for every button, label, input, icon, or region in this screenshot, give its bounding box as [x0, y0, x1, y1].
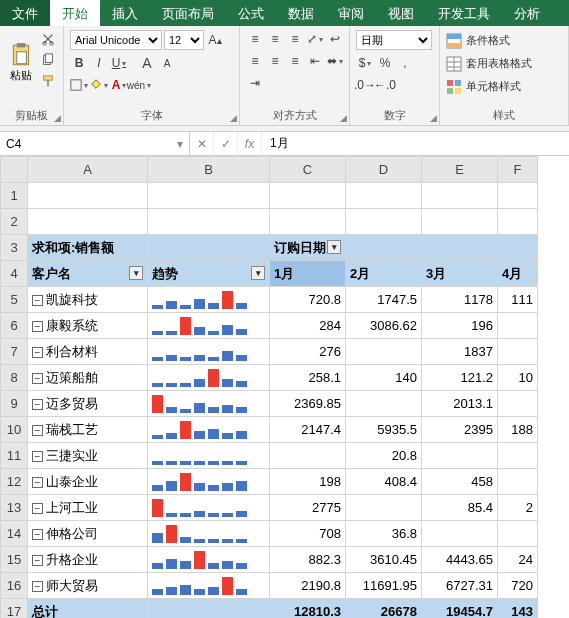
value-cell[interactable]: 140	[346, 365, 422, 391]
number-launcher-icon[interactable]: ◢	[430, 113, 437, 123]
value-cell[interactable]	[498, 391, 538, 417]
value-cell[interactable]: 458	[422, 469, 498, 495]
row-header-6[interactable]: 6	[1, 313, 28, 339]
cell[interactable]	[28, 209, 148, 235]
tab-insert[interactable]: 插入	[100, 0, 150, 26]
trend-cell[interactable]	[148, 521, 270, 547]
collapse-icon[interactable]: −	[32, 347, 43, 358]
pivot-measure-label[interactable]: 求和项:销售额	[28, 235, 148, 261]
row-header-14[interactable]: 14	[1, 521, 28, 547]
align-top-button[interactable]: ≡	[246, 30, 264, 48]
increase-decimal-button[interactable]: .0→	[356, 76, 374, 94]
customer-cell[interactable]: −迈策船舶	[28, 365, 148, 391]
collapse-icon[interactable]: −	[32, 321, 43, 332]
trend-cell[interactable]	[148, 547, 270, 573]
total-cell[interactable]: 143	[498, 599, 538, 619]
tab-layout[interactable]: 页面布局	[150, 0, 226, 26]
shrink-font-button[interactable]: A	[158, 54, 176, 72]
row-header-17[interactable]: 17	[1, 599, 28, 619]
format-as-table-button[interactable]: 套用表格格式	[446, 53, 532, 74]
row-header-15[interactable]: 15	[1, 547, 28, 573]
paste-button[interactable]: 粘贴	[6, 30, 35, 94]
value-cell[interactable]: 36.8	[346, 521, 422, 547]
value-cell[interactable]: 882.3	[270, 547, 346, 573]
value-cell[interactable]: 720	[498, 573, 538, 599]
value-cell[interactable]: 24	[498, 547, 538, 573]
row-header-1[interactable]: 1	[1, 183, 28, 209]
conditional-formatting-button[interactable]: 条件格式	[446, 30, 510, 51]
accounting-button[interactable]: $	[356, 54, 374, 72]
pivot-trend-label[interactable]: 趋势▾	[148, 261, 270, 287]
customer-cell[interactable]: −康毅系统	[28, 313, 148, 339]
phonetic-button[interactable]: wén	[130, 76, 148, 94]
value-cell[interactable]	[498, 313, 538, 339]
trend-cell[interactable]	[148, 287, 270, 313]
month-header[interactable]: 4月	[498, 261, 538, 287]
bold-button[interactable]: B	[70, 54, 88, 72]
trend-cell[interactable]	[148, 495, 270, 521]
value-cell[interactable]: 284	[270, 313, 346, 339]
indent-dec-button[interactable]: ⇤	[306, 52, 324, 70]
cell[interactable]	[422, 183, 498, 209]
trend-cell[interactable]	[148, 469, 270, 495]
filter-icon[interactable]: ▾	[129, 266, 143, 280]
wrap-text-button[interactable]: ↩	[326, 30, 344, 48]
collapse-icon[interactable]: −	[32, 529, 43, 540]
value-cell[interactable]	[346, 495, 422, 521]
border-button[interactable]	[70, 76, 88, 94]
tab-file[interactable]: 文件	[0, 0, 50, 26]
value-cell[interactable]: 408.4	[346, 469, 422, 495]
col-header-E[interactable]: E	[422, 157, 498, 183]
tab-view[interactable]: 视图	[376, 0, 426, 26]
number-format-select[interactable]: 日期	[356, 30, 432, 50]
value-cell[interactable]: 276	[270, 339, 346, 365]
trend-cell[interactable]	[148, 417, 270, 443]
customer-cell[interactable]: −升格企业	[28, 547, 148, 573]
align-launcher-icon[interactable]: ◢	[340, 113, 347, 123]
value-cell[interactable]	[498, 443, 538, 469]
collapse-icon[interactable]: −	[32, 451, 43, 462]
collapse-icon[interactable]: −	[32, 373, 43, 384]
value-cell[interactable]: 1837	[422, 339, 498, 365]
row-header-9[interactable]: 9	[1, 391, 28, 417]
format-painter-button[interactable]	[39, 72, 57, 90]
value-cell[interactable]	[498, 521, 538, 547]
value-cell[interactable]	[498, 339, 538, 365]
collapse-icon[interactable]: −	[32, 425, 43, 436]
row-header-7[interactable]: 7	[1, 339, 28, 365]
name-box[interactable]: C4 ▾	[0, 132, 190, 155]
align-bottom-button[interactable]: ≡	[286, 30, 304, 48]
collapse-icon[interactable]: −	[32, 581, 43, 592]
name-box-dropdown-icon[interactable]: ▾	[177, 137, 183, 151]
trend-cell[interactable]	[148, 573, 270, 599]
value-cell[interactable]: 720.8	[270, 287, 346, 313]
grow-font-button[interactable]: A	[138, 54, 156, 72]
cell-styles-button[interactable]: 单元格样式	[446, 76, 521, 97]
value-cell[interactable]: 85.4	[422, 495, 498, 521]
value-cell[interactable]: 5935.5	[346, 417, 422, 443]
cancel-formula-button[interactable]: ✕	[190, 132, 214, 155]
clipboard-launcher-icon[interactable]: ◢	[54, 113, 61, 123]
cell[interactable]	[498, 183, 538, 209]
pivot-customer-label[interactable]: 客户名▾	[28, 261, 148, 287]
font-color-button[interactable]: A	[110, 76, 128, 94]
font-launcher-icon[interactable]: ◢	[230, 113, 237, 123]
value-cell[interactable]: 2395	[422, 417, 498, 443]
customer-cell[interactable]: −利合材料	[28, 339, 148, 365]
align-right-button[interactable]: ≡	[286, 52, 304, 70]
trend-cell[interactable]	[148, 443, 270, 469]
row-header-4[interactable]: 4	[1, 261, 28, 287]
collapse-icon[interactable]: −	[32, 295, 43, 306]
value-cell[interactable]: 2369.85	[270, 391, 346, 417]
value-cell[interactable]: 3610.45	[346, 547, 422, 573]
indent-inc-button[interactable]: ⇥	[246, 74, 264, 92]
collapse-icon[interactable]: −	[32, 555, 43, 566]
col-header-C[interactable]: C	[270, 157, 346, 183]
customer-cell[interactable]: −师大贸易	[28, 573, 148, 599]
cell[interactable]	[28, 183, 148, 209]
value-cell[interactable]: 3086.62	[346, 313, 422, 339]
total-cell[interactable]: 12810.3	[270, 599, 346, 619]
value-cell[interactable]	[422, 521, 498, 547]
underline-button[interactable]: U	[110, 54, 128, 72]
worksheet-grid[interactable]: ABCDEF123 求和项:销售额 订购日期▾ 4 客户名▾ 趋势▾1月2月3月…	[0, 156, 569, 618]
